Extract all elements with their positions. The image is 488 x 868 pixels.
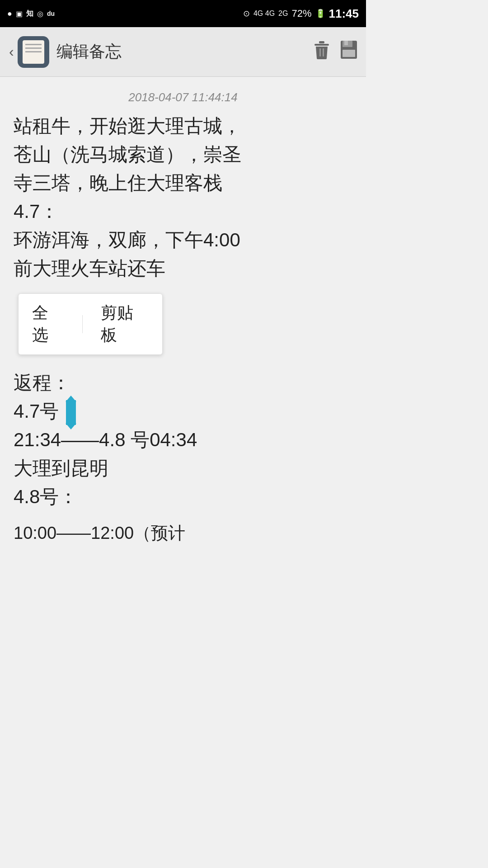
image-icon: ▣	[16, 9, 23, 18]
location-icon: ⊙	[243, 9, 250, 19]
svg-rect-6	[344, 41, 348, 45]
note-more-text[interactable]: 返程： 4.7号 21:34——4.8 号04:34 大理到昆明 4.8号：	[14, 368, 352, 511]
note-line-4: 4.7：	[14, 201, 59, 222]
status-bar: ● ▣ 知 ◎ du ⊙ 4G 4G 2G 72% 🔋 11:45	[0, 0, 366, 27]
status-right-info: ⊙ 4G 4G 2G 72% 🔋 11:45	[243, 7, 359, 21]
note-timestamp: 2018-04-07 11:44:14	[14, 90, 352, 104]
note-train-time: 21:34——4.8 号04:34	[14, 429, 197, 450]
delete-button[interactable]	[314, 41, 330, 63]
context-menu: 全选 剪贴板	[18, 293, 163, 355]
network-label: 4G 4G	[253, 9, 275, 18]
note-line-1: 站租牛，开始逛大理古城，	[14, 115, 241, 137]
svg-rect-0	[319, 41, 324, 43]
wechat-icon: ●	[7, 9, 12, 19]
battery-label: 72%	[291, 8, 311, 19]
save-button[interactable]	[341, 41, 357, 63]
back-arrow-icon: ‹	[9, 43, 14, 60]
note-line-6: 前大理火车站还车	[14, 258, 165, 279]
baidu-icon: du	[47, 10, 55, 17]
svg-rect-7	[343, 50, 355, 57]
menu-divider	[82, 315, 83, 333]
clipboard-button[interactable]: 剪贴板	[101, 302, 149, 346]
svg-rect-1	[314, 44, 329, 46]
status-left-icons: ● ▣ 知 ◎ du	[7, 9, 55, 19]
text-cursor-indicator	[66, 400, 76, 425]
note-date-48: 4.8号：	[14, 486, 78, 507]
note-return-label: 返程：	[14, 372, 70, 393]
notes-icon-paper	[23, 40, 44, 64]
note-route: 大理到昆明	[14, 458, 108, 479]
svg-rect-2	[319, 48, 321, 57]
note-line-5: 环游洱海，双廊，下午4:00	[14, 229, 240, 250]
page-title: 编辑备忘	[56, 41, 314, 63]
note-date-47: 4.7号	[14, 401, 59, 422]
signal-label: 2G	[278, 9, 288, 18]
svg-rect-3	[323, 48, 324, 57]
title-actions	[314, 41, 357, 63]
map-icon: ◎	[37, 9, 43, 18]
note-line-2: 苍山（洗马城索道），崇圣	[14, 144, 241, 165]
battery-icon: 🔋	[315, 9, 325, 19]
notes-app-icon: Notes	[18, 36, 49, 68]
time-label: 11:45	[329, 7, 359, 21]
note-partial-line: 10:00——12:00（预计	[14, 522, 352, 545]
note-line-3: 寺三塔，晚上住大理客栈	[14, 172, 222, 193]
title-bar: ‹ Notes 编辑备忘	[0, 27, 366, 77]
note-content-area[interactable]: 2018-04-07 11:44:14 站租牛，开始逛大理古城， 苍山（洗马城索…	[0, 77, 366, 868]
zhihu-icon: 知	[26, 9, 33, 19]
note-body-text[interactable]: 站租牛，开始逛大理古城， 苍山（洗马城索道），崇圣 寺三塔，晚上住大理客栈 4.…	[14, 112, 352, 283]
back-button[interactable]: ‹	[9, 43, 14, 60]
select-all-button[interactable]: 全选	[32, 302, 64, 346]
